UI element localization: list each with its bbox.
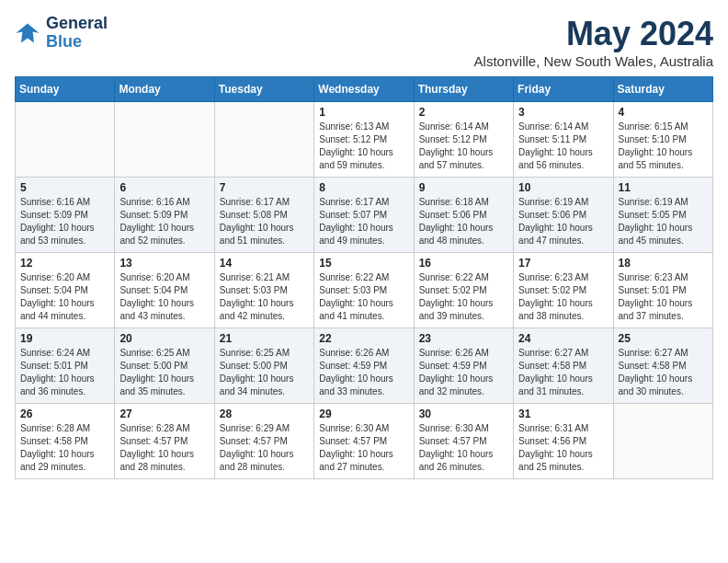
day-number: 31 xyxy=(518,408,608,420)
logo-bird-icon xyxy=(15,20,40,46)
calendar-cell: 24Sunrise: 6:27 AM Sunset: 4:58 PM Dayli… xyxy=(514,328,613,404)
day-number: 24 xyxy=(518,332,608,345)
svg-marker-0 xyxy=(16,23,39,42)
day-info: Sunrise: 6:21 AM Sunset: 5:03 PM Dayligh… xyxy=(220,271,309,323)
calendar-week-row: 12Sunrise: 6:20 AM Sunset: 5:04 PM Dayli… xyxy=(16,253,713,328)
day-number: 14 xyxy=(220,257,309,270)
calendar-cell: 25Sunrise: 6:27 AM Sunset: 4:58 PM Dayli… xyxy=(613,328,712,404)
day-number: 4 xyxy=(619,106,708,119)
weekday-header-tuesday: Tuesday xyxy=(214,77,313,102)
calendar-cell: 26Sunrise: 6:28 AM Sunset: 4:58 PM Dayli… xyxy=(16,404,115,479)
day-info: Sunrise: 6:31 AM Sunset: 4:56 PM Dayligh… xyxy=(518,422,608,474)
day-number: 9 xyxy=(419,181,508,194)
day-number: 25 xyxy=(619,332,708,345)
day-number: 12 xyxy=(20,257,109,270)
day-number: 26 xyxy=(20,408,109,420)
calendar-cell: 30Sunrise: 6:30 AM Sunset: 4:57 PM Dayli… xyxy=(414,404,513,479)
title-block: May 2024 Alstonville, New South Wales, A… xyxy=(474,15,713,69)
day-number: 18 xyxy=(619,257,708,270)
calendar-header-row: SundayMondayTuesdayWednesdayThursdayFrid… xyxy=(16,77,713,102)
calendar-cell: 2Sunrise: 6:14 AM Sunset: 5:12 PM Daylig… xyxy=(414,102,513,178)
day-number: 19 xyxy=(20,332,109,345)
day-info: Sunrise: 6:26 AM Sunset: 4:59 PM Dayligh… xyxy=(419,347,508,398)
day-number: 13 xyxy=(119,257,209,270)
day-number: 11 xyxy=(619,181,708,194)
calendar-cell: 19Sunrise: 6:24 AM Sunset: 5:01 PM Dayli… xyxy=(16,328,115,404)
logo-text: General Blue xyxy=(46,15,108,52)
day-number: 6 xyxy=(119,181,209,194)
day-number: 5 xyxy=(20,181,109,194)
calendar-cell: 23Sunrise: 6:26 AM Sunset: 4:59 PM Dayli… xyxy=(414,328,513,404)
calendar-cell: 15Sunrise: 6:22 AM Sunset: 5:03 PM Dayli… xyxy=(314,253,414,328)
calendar-cell: 10Sunrise: 6:19 AM Sunset: 5:06 PM Dayli… xyxy=(514,178,613,253)
day-info: Sunrise: 6:17 AM Sunset: 5:08 PM Dayligh… xyxy=(220,196,309,247)
day-number: 15 xyxy=(319,257,408,270)
day-info: Sunrise: 6:28 AM Sunset: 4:58 PM Dayligh… xyxy=(20,422,109,474)
day-number: 8 xyxy=(319,181,408,194)
calendar-cell xyxy=(613,404,712,479)
day-number: 23 xyxy=(419,332,508,345)
page-header: General Blue May 2024 Alstonville, New S… xyxy=(15,15,713,69)
day-info: Sunrise: 6:30 AM Sunset: 4:57 PM Dayligh… xyxy=(419,422,508,474)
calendar-cell: 12Sunrise: 6:20 AM Sunset: 5:04 PM Dayli… xyxy=(16,253,115,328)
calendar-cell: 13Sunrise: 6:20 AM Sunset: 5:04 PM Dayli… xyxy=(115,253,214,328)
day-info: Sunrise: 6:16 AM Sunset: 5:09 PM Dayligh… xyxy=(119,196,209,247)
day-info: Sunrise: 6:18 AM Sunset: 5:06 PM Dayligh… xyxy=(419,196,508,247)
weekday-header-sunday: Sunday xyxy=(16,77,115,102)
day-info: Sunrise: 6:30 AM Sunset: 4:57 PM Dayligh… xyxy=(319,422,408,474)
calendar-week-row: 5Sunrise: 6:16 AM Sunset: 5:09 PM Daylig… xyxy=(16,178,713,253)
day-info: Sunrise: 6:23 AM Sunset: 5:01 PM Dayligh… xyxy=(619,271,708,323)
calendar-cell: 7Sunrise: 6:17 AM Sunset: 5:08 PM Daylig… xyxy=(214,178,313,253)
calendar-cell: 8Sunrise: 6:17 AM Sunset: 5:07 PM Daylig… xyxy=(314,178,414,253)
calendar-cell: 21Sunrise: 6:25 AM Sunset: 5:00 PM Dayli… xyxy=(214,328,313,404)
day-number: 16 xyxy=(419,257,508,270)
logo: General Blue xyxy=(15,15,108,52)
day-number: 21 xyxy=(220,332,309,345)
calendar-cell: 5Sunrise: 6:16 AM Sunset: 5:09 PM Daylig… xyxy=(16,178,115,253)
calendar-week-row: 26Sunrise: 6:28 AM Sunset: 4:58 PM Dayli… xyxy=(16,404,713,479)
calendar-cell: 6Sunrise: 6:16 AM Sunset: 5:09 PM Daylig… xyxy=(115,178,214,253)
calendar-cell: 27Sunrise: 6:28 AM Sunset: 4:57 PM Dayli… xyxy=(115,404,214,479)
month-title: May 2024 xyxy=(474,15,713,53)
day-info: Sunrise: 6:25 AM Sunset: 5:00 PM Dayligh… xyxy=(220,347,309,398)
weekday-header-thursday: Thursday xyxy=(414,77,513,102)
day-info: Sunrise: 6:16 AM Sunset: 5:09 PM Dayligh… xyxy=(20,196,109,247)
day-number: 2 xyxy=(419,106,508,119)
calendar-cell xyxy=(115,102,214,178)
calendar-cell: 3Sunrise: 6:14 AM Sunset: 5:11 PM Daylig… xyxy=(514,102,613,178)
day-number: 22 xyxy=(319,332,408,345)
day-info: Sunrise: 6:28 AM Sunset: 4:57 PM Dayligh… xyxy=(119,422,209,474)
calendar-cell: 16Sunrise: 6:22 AM Sunset: 5:02 PM Dayli… xyxy=(414,253,513,328)
day-number: 28 xyxy=(220,408,309,420)
day-number: 1 xyxy=(319,106,408,119)
calendar-cell: 22Sunrise: 6:26 AM Sunset: 4:59 PM Dayli… xyxy=(314,328,414,404)
calendar-cell: 20Sunrise: 6:25 AM Sunset: 5:00 PM Dayli… xyxy=(115,328,214,404)
day-info: Sunrise: 6:14 AM Sunset: 5:12 PM Dayligh… xyxy=(419,121,508,172)
day-info: Sunrise: 6:26 AM Sunset: 4:59 PM Dayligh… xyxy=(319,347,408,398)
calendar-cell: 11Sunrise: 6:19 AM Sunset: 5:05 PM Dayli… xyxy=(613,178,712,253)
day-info: Sunrise: 6:23 AM Sunset: 5:02 PM Dayligh… xyxy=(518,271,608,323)
day-info: Sunrise: 6:20 AM Sunset: 5:04 PM Dayligh… xyxy=(20,271,109,323)
weekday-header-saturday: Saturday xyxy=(613,77,712,102)
day-info: Sunrise: 6:22 AM Sunset: 5:02 PM Dayligh… xyxy=(419,271,508,323)
calendar-week-row: 19Sunrise: 6:24 AM Sunset: 5:01 PM Dayli… xyxy=(16,328,713,404)
day-info: Sunrise: 6:14 AM Sunset: 5:11 PM Dayligh… xyxy=(518,121,608,172)
calendar-table: SundayMondayTuesdayWednesdayThursdayFrid… xyxy=(15,76,713,479)
calendar-cell xyxy=(16,102,115,178)
calendar-cell: 17Sunrise: 6:23 AM Sunset: 5:02 PM Dayli… xyxy=(514,253,613,328)
calendar-cell: 29Sunrise: 6:30 AM Sunset: 4:57 PM Dayli… xyxy=(314,404,414,479)
weekday-header-wednesday: Wednesday xyxy=(314,77,414,102)
day-number: 27 xyxy=(119,408,209,420)
calendar-cell: 1Sunrise: 6:13 AM Sunset: 5:12 PM Daylig… xyxy=(314,102,414,178)
day-info: Sunrise: 6:25 AM Sunset: 5:00 PM Dayligh… xyxy=(119,347,209,398)
calendar-cell: 31Sunrise: 6:31 AM Sunset: 4:56 PM Dayli… xyxy=(514,404,613,479)
day-info: Sunrise: 6:15 AM Sunset: 5:10 PM Dayligh… xyxy=(619,121,708,172)
location-title: Alstonville, New South Wales, Australia xyxy=(474,53,713,69)
day-info: Sunrise: 6:24 AM Sunset: 5:01 PM Dayligh… xyxy=(20,347,109,398)
day-number: 10 xyxy=(518,181,608,194)
weekday-header-monday: Monday xyxy=(115,77,214,102)
weekday-header-friday: Friday xyxy=(514,77,613,102)
day-number: 17 xyxy=(518,257,608,270)
calendar-week-row: 1Sunrise: 6:13 AM Sunset: 5:12 PM Daylig… xyxy=(16,102,713,178)
day-info: Sunrise: 6:19 AM Sunset: 5:05 PM Dayligh… xyxy=(619,196,708,247)
